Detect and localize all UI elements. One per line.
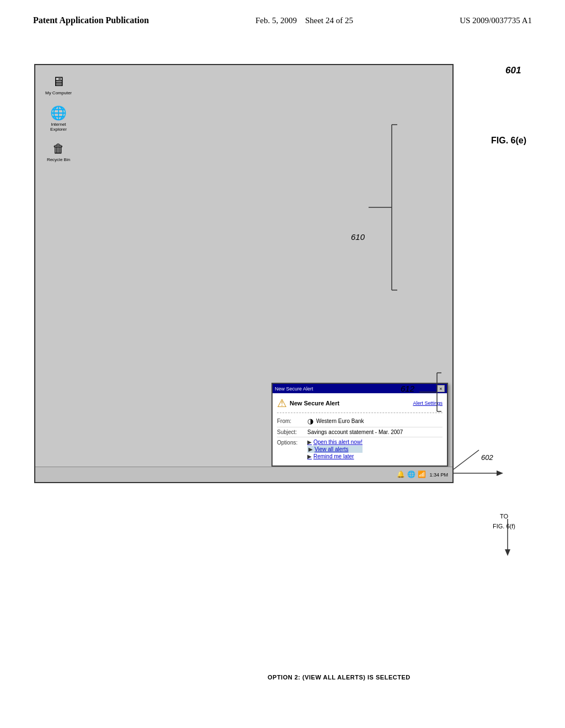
option-remind-later[interactable]: ▶ Remind me later [307, 453, 363, 459]
option-view-all[interactable]: ▶ View all alerts [307, 446, 363, 453]
option-view-arrow: ▶ [308, 446, 313, 452]
label-610: 610 [351, 232, 365, 242]
desktop-icon-ie: 🌐 InternetExplorer [43, 105, 74, 132]
taskbar-icon-net: 🌐 [407, 470, 415, 479]
options-list: ▶ Open this alert now! ▶ View all alerts… [307, 439, 363, 459]
alert-popup: New Secure Alert × ⚠ New Secure Alert Al… [271, 383, 448, 467]
alert-settings-link[interactable]: Alert Settings [413, 400, 443, 406]
from-icon: ◑ [307, 417, 313, 425]
option2-label: OPTION 2: (VIEW ALL ALERTS) IS SELECTED [268, 674, 411, 681]
option-remind-label: Remind me later [313, 453, 354, 459]
subject-value: Savings account statement - Mar. 2007 [307, 429, 403, 435]
recycle-label: Recycle Bin [47, 157, 70, 162]
mycomputer-label: My Computer [45, 90, 72, 95]
mycomputer-icon: 🖥 [52, 74, 65, 89]
alert-title-text: New Secure Alert [290, 400, 339, 406]
option-remind-arrow: ▶ [307, 453, 312, 459]
taskbar-icon-bell: 🔔 [397, 470, 405, 479]
to-fig-text: TO FIG. 6(f) [493, 513, 515, 529]
alert-from-row: From: ◑ Western Euro Bank [277, 415, 443, 427]
to-fig-label: TO FIG. 6(f) [493, 511, 515, 531]
label-601: 601 [505, 65, 521, 76]
desktop-box: 🖥 My Computer 🌐 InternetExplorer 🗑 Recyc… [34, 64, 454, 483]
svg-marker-9 [497, 470, 503, 476]
taskbar-time: 1:34 PM [429, 472, 448, 478]
svg-marker-12 [505, 549, 510, 556]
from-label: From: [277, 418, 305, 424]
alert-header-row: ⚠ New Secure Alert Alert Settings [277, 397, 443, 413]
alert-body: ⚠ New Secure Alert Alert Settings From: … [273, 393, 447, 465]
subject-label: Subject: [277, 429, 305, 435]
from-value: Western Euro Bank [316, 418, 364, 424]
desktop-icons-area: 🖥 My Computer 🌐 InternetExplorer 🗑 Recyc… [43, 74, 74, 162]
desktop-icon-recycle: 🗑 Recycle Bin [43, 142, 74, 162]
alert-options-row: Options: ▶ Open this alert now! ▶ View a… [277, 437, 443, 461]
option-open-label: Open this alert now! [313, 439, 363, 445]
alert-titlebar-text: New Secure Alert [275, 386, 313, 392]
options-label: Options: [277, 439, 305, 446]
label-602: 602 [481, 453, 493, 462]
header-center: Feb. 5, 2009 Sheet 24 of 25 [255, 16, 353, 25]
page-header: Patent Application Publication Feb. 5, 2… [0, 0, 565, 31]
desktop-icon-mycomputer: 🖥 My Computer [43, 74, 74, 95]
taskbar-icon-signal: 📶 [418, 470, 426, 479]
alert-warning-icon: ⚠ [277, 397, 287, 410]
ie-icon: 🌐 [50, 105, 67, 121]
label-612: 612 [401, 384, 414, 393]
recycle-icon: 🗑 [52, 142, 65, 156]
main-content: 🖥 My Computer 🌐 InternetExplorer 🗑 Recyc… [0, 31, 565, 715]
taskbar: 🔔 🌐 📶 1:34 PM [35, 467, 452, 482]
alert-titlebar: New Secure Alert × [273, 384, 447, 393]
alert-close-button[interactable]: × [437, 385, 445, 392]
alert-subject-row: Subject: Savings account statement - Mar… [277, 427, 443, 437]
fig-label: FIG. 6(e) [491, 136, 526, 146]
svg-line-10 [454, 450, 479, 469]
ie-label: InternetExplorer [50, 122, 67, 132]
header-left: Patent Application Publication [33, 15, 149, 25]
option-open-alert[interactable]: ▶ Open this alert now! [307, 439, 363, 445]
option-view-label: View all alerts [315, 446, 349, 452]
header-right: US 2009/0037735 A1 [460, 16, 532, 25]
option-open-arrow: ▶ [307, 439, 312, 445]
